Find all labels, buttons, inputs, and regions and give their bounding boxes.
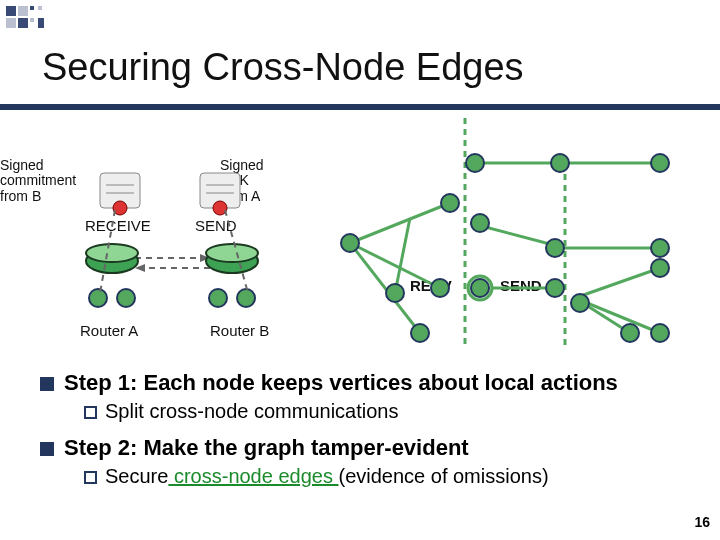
evidence-link: cross-node edges: [168, 465, 338, 487]
svg-point-19: [237, 289, 255, 307]
step-2: Step 2: Make the graph tamper-evident Se…: [40, 435, 700, 488]
svg-point-48: [471, 279, 489, 297]
svg-point-44: [471, 214, 489, 232]
svg-point-17: [206, 244, 258, 262]
svg-point-51: [651, 259, 669, 277]
svg-line-27: [350, 243, 420, 333]
step-1: Step 1: Each node keeps vertices about l…: [40, 370, 700, 423]
slide-corner-ornament: [6, 6, 44, 28]
svg-point-43: [651, 154, 669, 172]
step-1-sub: Split cross-node communications: [105, 400, 398, 423]
svg-point-41: [466, 154, 484, 172]
svg-point-52: [621, 324, 639, 342]
svg-point-53: [651, 324, 669, 342]
scroll-icon: [100, 173, 140, 215]
svg-point-36: [341, 234, 359, 252]
scroll-icon: [200, 173, 240, 215]
svg-point-46: [651, 239, 669, 257]
svg-point-45: [546, 239, 564, 257]
page-number: 16: [694, 514, 710, 530]
svg-point-39: [386, 284, 404, 302]
svg-point-15: [117, 289, 135, 307]
step-1-heading: Step 1: Each node keeps vertices about l…: [64, 370, 618, 396]
svg-point-42: [551, 154, 569, 172]
svg-point-38: [431, 279, 449, 297]
svg-point-13: [86, 244, 138, 262]
svg-line-33: [575, 268, 660, 298]
svg-point-49: [546, 279, 564, 297]
steps-list: Step 1: Each node keeps vertices about l…: [40, 370, 700, 500]
step-2-heading: Step 2: Make the graph tamper-evident: [64, 435, 469, 461]
svg-point-18: [209, 289, 227, 307]
diagram-area: Signed commitment from B Signed ACK from…: [0, 118, 720, 348]
bullet-hollow-icon: [84, 406, 97, 419]
svg-point-50: [571, 294, 589, 312]
router-a-icon: [86, 244, 138, 307]
svg-point-37: [441, 194, 459, 212]
svg-line-24: [350, 203, 450, 243]
bullet-square-icon: [40, 377, 54, 391]
step-2-sub: Secure cross-node edges (evidence of omi…: [105, 465, 549, 488]
title-rule: [0, 104, 720, 110]
router-b-icon: [206, 244, 258, 307]
bullet-square-icon: [40, 442, 54, 456]
svg-line-26: [395, 218, 410, 293]
slide-title: Securing Cross-Node Edges: [42, 46, 524, 89]
svg-point-14: [89, 289, 107, 307]
svg-line-25: [350, 243, 440, 288]
bullet-hollow-icon: [84, 471, 97, 484]
svg-point-40: [411, 324, 429, 342]
